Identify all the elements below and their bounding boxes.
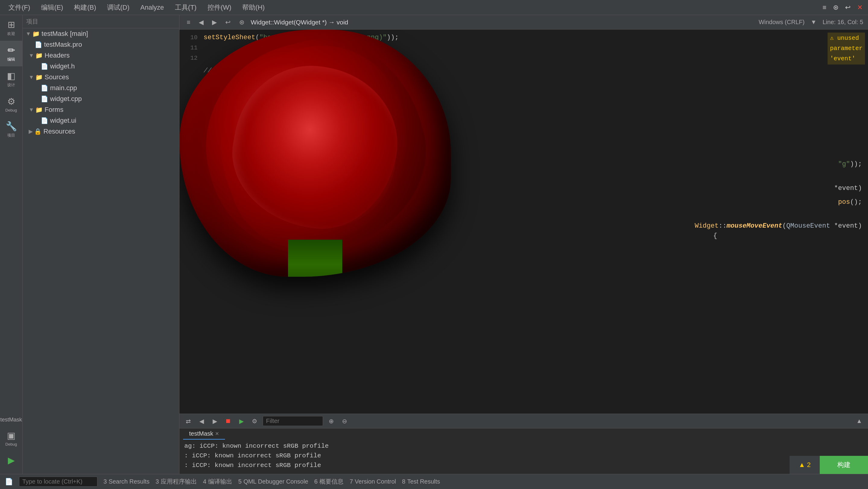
project-name-label: testMask	[0, 414, 22, 426]
debug-toolbar-btn-run[interactable]: ▶	[236, 416, 246, 426]
encoding-label: Windows (CRLF)	[758, 19, 804, 26]
tree-node-widget-ui[interactable]: 📄 widget.ui	[23, 115, 179, 126]
tree-node-forms[interactable]: ▼ 📁 Forms	[23, 104, 179, 115]
resources-folder-icon: 🔒	[34, 128, 42, 135]
tree-node-widget-cpp[interactable]: 📄 widget.cpp	[23, 94, 179, 104]
sidebar-item-debug[interactable]: ⚙ Debug	[0, 92, 22, 117]
code-line-11: 11	[185, 43, 862, 53]
code-visible-3: pos();	[838, 197, 862, 207]
header-file-icon: 📄	[41, 63, 48, 70]
resources-expand-icon: ▶	[29, 128, 33, 135]
console-line-2: : iCCP: known incorrect sRGB profile	[184, 451, 863, 461]
debug-panel-collapse-icon[interactable]: ▲	[854, 416, 864, 426]
status-item-app-output[interactable]: 3 应用程序输出	[156, 478, 197, 486]
menu-help[interactable]: 帮助(H)	[237, 2, 270, 13]
debug-toolbar-btn-3[interactable]: ▶	[210, 416, 220, 426]
status-item-compile-output[interactable]: 4 编译输出	[203, 478, 232, 486]
project-file-icon: 📁	[32, 30, 40, 37]
toolbar-icon-3[interactable]: ↩	[843, 2, 853, 13]
bottom-panel: ⇄ ◀ ▶ ⏹ ▶ ⚙ ⊕ ⊖ ▲ testMask ✕ ag: iCCP: k…	[180, 414, 868, 474]
toolbar-close[interactable]: ✕	[855, 2, 865, 13]
console-tab[interactable]: testMask ✕	[183, 428, 225, 439]
debug-toolbar-btn-minus[interactable]: ⊖	[339, 416, 349, 426]
debug-toolbar-btn-settings[interactable]: ⚙	[249, 416, 260, 426]
code-visible-2: *event)	[834, 183, 862, 194]
breadcrumb: Widget::Widget(QWidget *) → void	[251, 19, 755, 26]
left-sidebar: ⊞ 欢迎 ✏ 编辑 ◧ 设计 ⚙ Debug 🔧 项目	[0, 15, 23, 474]
sidebar-item-welcome[interactable]: ⊞ 欢迎	[0, 15, 22, 41]
menu-analyze[interactable]: Analyze	[135, 2, 169, 13]
source-file-icon-1: 📄	[41, 85, 48, 92]
editor-nav-icon-2[interactable]: ◀	[196, 18, 206, 27]
filter-input[interactable]	[263, 416, 323, 426]
design-icon: ◧	[7, 70, 16, 81]
project-panel-header: 项目	[23, 15, 179, 28]
bottom-toolbar: ⇄ ◀ ▶ ⏹ ▶ ⚙ ⊕ ⊖ ▲	[180, 414, 868, 428]
code-line-10: 10 setStyleSheet("background-image:url(r…	[185, 33, 862, 43]
debug-toolbar-btn-plus[interactable]: ⊕	[326, 416, 336, 426]
editor-nav-icon-5[interactable]: ⊛	[237, 18, 247, 27]
run-icon: ▶	[8, 455, 15, 465]
sidebar-item-project[interactable]: 🔧 项目	[0, 117, 22, 142]
file-icon: 📄	[5, 478, 13, 486]
menu-tools[interactable]: 工具(T)	[169, 2, 202, 13]
sources-folder-icon: 📁	[35, 73, 43, 81]
code-visible-1: "g"));	[820, 159, 862, 169]
close-tab-icon[interactable]: ✕	[215, 431, 219, 436]
ui-file-icon: 📄	[41, 117, 48, 124]
debug-toolbar-btn-1[interactable]: ⇄	[183, 416, 193, 426]
forms-expand-icon: ▼	[29, 107, 34, 113]
edit-icon: ✏	[7, 45, 15, 56]
menu-build[interactable]: 构建(B)	[68, 2, 101, 13]
code-area[interactable]: ⚠ unused parameter 'event' 10 setStyleSh…	[180, 30, 868, 474]
menu-edit[interactable]: 编辑(E)	[36, 2, 68, 13]
locate-input[interactable]	[19, 477, 97, 487]
warning-badge[interactable]: ▲ 2	[789, 456, 820, 474]
tree-node-widget-h[interactable]: 📄 widget.h	[23, 61, 179, 72]
debug-toolbar-btn-stop[interactable]: ⏹	[223, 416, 233, 426]
source-file-icon-2: 📄	[41, 95, 48, 102]
menu-controls[interactable]: 控件(W)	[202, 2, 237, 13]
code-container[interactable]: ⚠ unused parameter 'event' 10 setStyleSh…	[180, 30, 868, 474]
editor-top-right: Windows (CRLF) ▼ Line: 16, Col: 5	[758, 19, 863, 26]
editor-nav-icon-1[interactable]: ≡	[184, 18, 193, 27]
sidebar-item-design[interactable]: ◧ 设计	[0, 66, 22, 92]
status-item-version-control[interactable]: 7 Version Control	[349, 478, 396, 485]
sidebar-bottom-debug[interactable]: ▣ Debug	[0, 426, 22, 451]
headers-folder-icon: 📁	[35, 52, 43, 59]
status-item-qml-debug[interactable]: 5 QML Debugger Console	[238, 478, 308, 485]
forms-folder-icon: 📁	[35, 106, 43, 113]
tree-node-sources[interactable]: ▼ 📁 Sources	[23, 72, 179, 83]
status-left: 📄 3 Search Results 3 应用程序输出 4 编译输出 5 QML…	[5, 477, 863, 487]
status-item-test-results[interactable]: 8 Test Results	[402, 478, 440, 485]
chevron-down-icon[interactable]: ▼	[811, 19, 817, 26]
editor-top-bar: ≡ ◀ ▶ ↩ ⊛ Widget::Widget(QWidget *) → vo…	[180, 15, 868, 30]
status-item-3[interactable]: 3 Search Results	[103, 478, 150, 485]
status-item-summary[interactable]: 6 概要信息	[314, 478, 343, 486]
tree-node-headers[interactable]: ▼ 📁 Headers	[23, 50, 179, 61]
toolbar-icon-1[interactable]: ≡	[820, 2, 829, 13]
tree-node-main-cpp[interactable]: 📄 main.cpp	[23, 83, 179, 94]
code-visible-5: {	[713, 231, 717, 241]
menu-file[interactable]: 文件(F)	[3, 2, 36, 13]
tree-node-testmask[interactable]: ▼ 📁 testMask [main]	[23, 28, 179, 39]
menu-debug[interactable]: 调试(D)	[102, 2, 135, 13]
code-visible-4: Widget::mouseMoveEvent(QMouseEvent *even…	[694, 221, 862, 231]
debug-toolbar-btn-2[interactable]: ◀	[196, 416, 207, 426]
tree-node-resources[interactable]: ▶ 🔒 Resources	[23, 126, 179, 137]
code-line-13: // (rose image overlaps this area)	[185, 66, 862, 76]
bottom-content: ag: iCCP: known incorrect sRGB profile :…	[180, 439, 868, 474]
toolbar-icon-2[interactable]: ⊛	[831, 2, 841, 13]
build-button[interactable]: 构建	[820, 456, 868, 474]
status-bar: 📄 3 Search Results 3 应用程序输出 4 编译输出 5 QML…	[0, 474, 868, 489]
tree-node-pro[interactable]: 📄 testMask.pro	[23, 39, 179, 50]
sources-expand-icon: ▼	[29, 74, 34, 80]
editor-nav-icon-4[interactable]: ↩	[223, 18, 233, 27]
welcome-icon: ⊞	[7, 19, 15, 30]
pro-file-icon: 📄	[35, 41, 42, 48]
console-line-1: ag: iCCP: known incorrect sRGB profile	[184, 442, 863, 451]
project-icon: 🔧	[6, 121, 17, 131]
sidebar-bottom-run[interactable]: ▶	[0, 451, 22, 471]
editor-nav-icon-3[interactable]: ▶	[210, 18, 219, 27]
sidebar-item-edit[interactable]: ✏ 编辑	[0, 41, 22, 66]
